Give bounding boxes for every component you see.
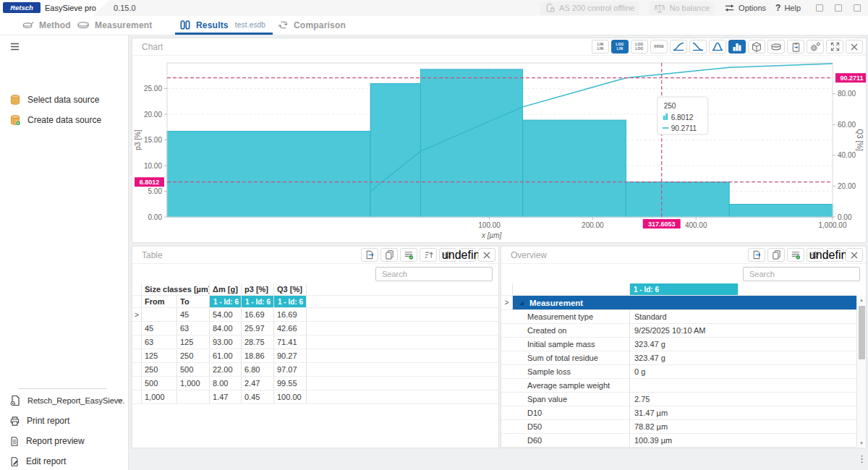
overview-row[interactable]: Measurement typeStandard <box>501 310 856 324</box>
copy-button[interactable] <box>767 248 785 262</box>
close-window-button[interactable] <box>854 4 861 12</box>
more-options-icon[interactable]: ⋮ <box>857 453 867 464</box>
tab-comparison[interactable]: Comparison <box>278 16 346 34</box>
table-row[interactable]: 12525061.0018.8690.27 <box>132 349 498 363</box>
scale-log-log-button[interactable]: LOGLOG <box>631 40 648 54</box>
sieve-pan-icon <box>22 20 34 30</box>
copy-button[interactable] <box>380 248 398 262</box>
overview-search-input[interactable] <box>743 267 860 281</box>
overview-scrollbar[interactable]: ▲ ▼ <box>856 296 866 447</box>
close-button[interactable] <box>846 40 863 54</box>
size-classes-table: Size classes [µm]Δm [g]p3 [%]Q3 [%]FromT… <box>132 283 498 404</box>
overview-group-row[interactable]: >Measurement <box>501 296 856 310</box>
scale-rrsb-button[interactable]: RRSB <box>650 40 668 54</box>
view-3d-icon <box>751 41 762 53</box>
overview-row[interactable]: Span value2.75 <box>501 393 856 406</box>
overview-row[interactable]: Created on9/25/2025 10:10 AM <box>501 324 856 338</box>
group-row-measurement[interactable]: Measurement <box>513 296 856 309</box>
select-data-source-button[interactable]: Select data source <box>0 90 128 109</box>
overview-row[interactable]: D60100.39 µm <box>501 434 856 448</box>
close-button[interactable] <box>478 248 495 262</box>
column-header-from[interactable]: From <box>142 296 177 307</box>
table-panel: Table undefined Size classes [µm]Δm [g]p… <box>132 246 499 448</box>
report-preview-button[interactable]: Report preview <box>0 432 128 450</box>
column-header-p3[interactable]: p3 [%] <box>242 283 274 295</box>
tab-method[interactable]: Method <box>22 16 71 34</box>
scrollbar-thumb[interactable] <box>859 306 865 359</box>
overview-row[interactable]: D1031.47 µm <box>501 406 856 420</box>
cell-from: 500 <box>142 377 177 390</box>
report-template-selector[interactable]: Retsch_Report_EasySieve. <box>0 391 128 410</box>
view-sieve-button[interactable] <box>767 40 785 54</box>
fullscreen-button[interactable] <box>826 40 843 54</box>
curve-cumulative-button[interactable] <box>670 40 687 54</box>
column-header-dm[interactable]: Δm [g] <box>210 283 242 295</box>
overview-row[interactable]: Average sample weight <box>501 379 856 393</box>
minimize-button[interactable] <box>816 4 823 12</box>
overview-panel-title: Overview <box>511 250 547 260</box>
copy-chart-button[interactable] <box>787 40 804 54</box>
table-header-row: Size classes [µm]Δm [g]p3 [%]Q3 [%] <box>132 283 498 296</box>
overview-value: 323.47 g <box>630 351 856 364</box>
series-chip: 1 - Id: 6 <box>210 296 242 307</box>
x-tick-label: 200.00 <box>582 221 604 229</box>
table-row[interactable]: 5001,0008.002.4799.55 <box>132 377 498 390</box>
tab-results[interactable]: Results test.esdb <box>179 16 265 34</box>
cell-filler <box>307 363 498 376</box>
overview-row[interactable]: Initial sample mass323.47 g <box>501 338 856 351</box>
scale-lin-lin-button[interactable]: LINLIN <box>592 40 609 54</box>
fullscreen-button[interactable]: undefined <box>826 248 843 262</box>
options-button[interactable]: Options <box>724 3 766 13</box>
help-button[interactable]: ? Help <box>775 3 801 13</box>
histogram-button[interactable] <box>728 40 746 54</box>
row-indicator-header <box>501 283 513 295</box>
scale-log-lin-button[interactable]: LOGLIN <box>611 40 629 54</box>
table-row[interactable]: >4554.0016.6916.69 <box>132 308 498 322</box>
overview-grid: 1 - Id: 6>MeasurementMeasurement typeSta… <box>501 283 856 448</box>
maximize-button[interactable] <box>835 4 842 12</box>
column-header-size-classes[interactable]: Size classes [µm] <box>142 283 210 295</box>
cell-q3: 99.55 <box>274 377 307 390</box>
table-row[interactable]: 1,0001.470.45100.00 <box>132 390 498 404</box>
table-search-input[interactable] <box>375 267 493 281</box>
cell-to: 250 <box>177 349 210 362</box>
edit-report-button[interactable]: Edit report <box>0 452 128 470</box>
series-chip-label: 1 - Id: 6 <box>630 283 738 295</box>
print-report-button[interactable]: Print report <box>0 411 128 430</box>
view-3d-button[interactable] <box>748 40 765 54</box>
overview-row[interactable]: D5078.82 µm <box>501 420 856 434</box>
cell-filler <box>307 377 498 390</box>
histogram-bar <box>523 120 626 217</box>
fullscreen-button[interactable]: undefined <box>459 248 476 262</box>
column-header-to[interactable]: To <box>177 296 210 307</box>
group-expand-icon[interactable] <box>519 301 524 305</box>
y-left-axis-title: p3 [%] <box>134 129 142 150</box>
column-chooser-button[interactable] <box>787 248 804 262</box>
column-header-q3[interactable]: Q3 [%] <box>274 283 307 295</box>
overview-row[interactable]: Sum of total residue323.47 g <box>501 351 856 365</box>
sort-button[interactable] <box>420 248 437 262</box>
chart-settings-button[interactable] <box>807 40 824 54</box>
series-chip: 1 - Id: 6 <box>242 296 274 307</box>
close-button[interactable] <box>846 248 863 262</box>
as200-control-status[interactable]: AS 200 control offline <box>540 1 639 15</box>
scroll-down-icon[interactable]: ▼ <box>857 439 866 447</box>
export-button[interactable] <box>748 248 765 262</box>
tab-measurement[interactable]: Measurement <box>77 16 153 34</box>
create-data-source-button[interactable]: Create data source <box>0 111 128 129</box>
y-left-tick-label: 0.00 <box>148 213 163 221</box>
curve-retained-button[interactable] <box>689 40 707 54</box>
cell-q3: 42.66 <box>274 322 307 335</box>
table-row[interactable]: 6312593.0028.7571.41 <box>132 336 498 349</box>
export-button[interactable] <box>361 248 378 262</box>
balance-status[interactable]: No balance <box>649 1 715 15</box>
chart-plot[interactable]: 0.005.0010.0015.0020.0025.000.0020.0040.… <box>132 55 866 242</box>
curve-density-button[interactable] <box>709 40 726 54</box>
row-indicator <box>132 390 142 403</box>
table-row[interactable]: 456384.0025.9742.66 <box>132 322 498 336</box>
scroll-up-icon[interactable]: ▲ <box>857 296 866 304</box>
table-row[interactable]: 25050022.006.8097.07 <box>132 363 498 377</box>
column-chooser-button[interactable] <box>400 248 417 262</box>
sidebar-menu-button[interactable] <box>0 37 128 56</box>
overview-row[interactable]: Sample loss0 g <box>501 365 856 379</box>
